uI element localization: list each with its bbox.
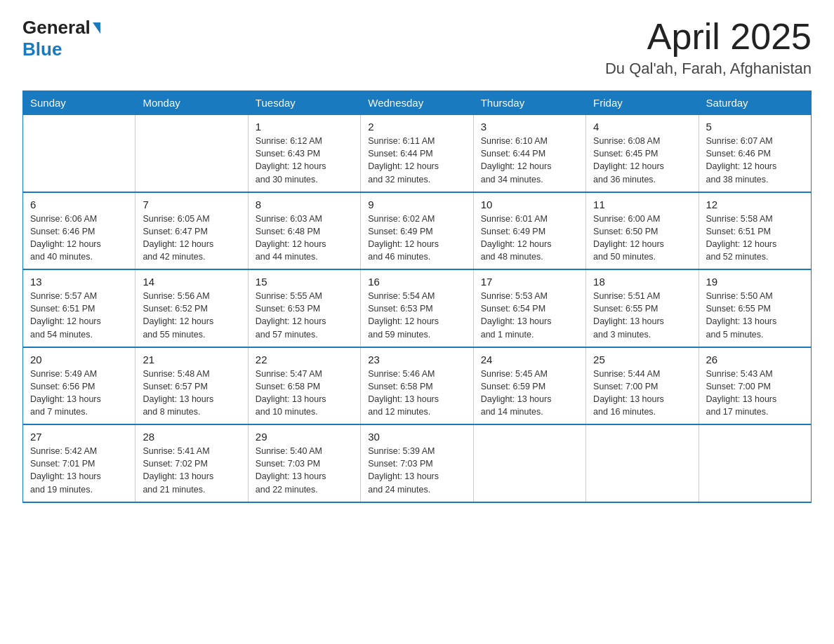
day-info: Sunrise: 6:07 AM Sunset: 6:46 PM Dayligh…	[706, 135, 804, 186]
calendar-cell: 23Sunrise: 5:46 AM Sunset: 6:58 PM Dayli…	[361, 347, 473, 425]
day-info: Sunrise: 5:51 AM Sunset: 6:55 PM Dayligh…	[593, 290, 691, 341]
day-info: Sunrise: 6:10 AM Sunset: 6:44 PM Dayligh…	[481, 135, 578, 186]
calendar-cell: 8Sunrise: 6:03 AM Sunset: 6:48 PM Daylig…	[248, 192, 360, 270]
day-info: Sunrise: 6:01 AM Sunset: 6:49 PM Dayligh…	[481, 213, 578, 264]
day-info: Sunrise: 5:58 AM Sunset: 6:51 PM Dayligh…	[706, 213, 804, 264]
calendar-cell: 18Sunrise: 5:51 AM Sunset: 6:55 PM Dayli…	[586, 269, 699, 347]
day-number: 26	[706, 354, 804, 365]
day-info: Sunrise: 6:06 AM Sunset: 6:46 PM Dayligh…	[30, 213, 128, 264]
header-cell-friday: Friday	[586, 91, 699, 115]
day-info: Sunrise: 5:48 AM Sunset: 6:57 PM Dayligh…	[143, 368, 240, 419]
calendar-cell: 17Sunrise: 5:53 AM Sunset: 6:54 PM Dayli…	[473, 269, 585, 347]
day-info: Sunrise: 5:54 AM Sunset: 6:53 PM Dayligh…	[368, 290, 465, 341]
day-number: 22	[256, 354, 353, 365]
calendar-cell: 16Sunrise: 5:54 AM Sunset: 6:53 PM Dayli…	[361, 269, 473, 347]
calendar-cell: 24Sunrise: 5:45 AM Sunset: 6:59 PM Dayli…	[473, 347, 585, 425]
day-number: 8	[256, 199, 353, 210]
day-info: Sunrise: 5:49 AM Sunset: 6:56 PM Dayligh…	[30, 368, 128, 419]
calendar-cell: 19Sunrise: 5:50 AM Sunset: 6:55 PM Dayli…	[699, 269, 811, 347]
day-number: 17	[481, 276, 578, 288]
header-row: SundayMondayTuesdayWednesdayThursdayFrid…	[23, 91, 812, 115]
header-cell-monday: Monday	[135, 91, 248, 115]
logo: General Blue	[22, 17, 100, 60]
calendar-cell: 10Sunrise: 6:01 AM Sunset: 6:49 PM Dayli…	[473, 192, 585, 270]
day-info: Sunrise: 5:53 AM Sunset: 6:54 PM Dayligh…	[481, 290, 578, 341]
header-cell-wednesday: Wednesday	[361, 91, 473, 115]
calendar-cell: 1Sunrise: 6:12 AM Sunset: 6:43 PM Daylig…	[248, 115, 360, 192]
day-number: 7	[143, 199, 240, 210]
day-number: 28	[143, 431, 240, 443]
logo-general-text: General	[22, 17, 91, 39]
calendar-cell: 6Sunrise: 6:06 AM Sunset: 6:46 PM Daylig…	[23, 192, 135, 270]
day-number: 13	[30, 276, 128, 288]
calendar-cell: 7Sunrise: 6:05 AM Sunset: 6:47 PM Daylig…	[135, 192, 248, 270]
calendar-cell: 12Sunrise: 5:58 AM Sunset: 6:51 PM Dayli…	[699, 192, 811, 270]
calendar-cell	[135, 115, 248, 192]
day-info: Sunrise: 5:45 AM Sunset: 6:59 PM Dayligh…	[481, 368, 578, 419]
day-number: 1	[256, 121, 353, 133]
calendar-header: SundayMondayTuesdayWednesdayThursdayFrid…	[23, 91, 812, 115]
day-info: Sunrise: 5:56 AM Sunset: 6:52 PM Dayligh…	[143, 290, 240, 341]
calendar-cell	[586, 424, 699, 502]
day-number: 5	[706, 121, 804, 133]
calendar-cell: 9Sunrise: 6:02 AM Sunset: 6:49 PM Daylig…	[361, 192, 473, 270]
logo-triangle-icon	[93, 22, 100, 34]
day-info: Sunrise: 5:46 AM Sunset: 6:58 PM Dayligh…	[368, 368, 465, 419]
day-number: 10	[481, 199, 578, 210]
calendar-cell: 2Sunrise: 6:11 AM Sunset: 6:44 PM Daylig…	[361, 115, 473, 192]
calendar-cell: 4Sunrise: 6:08 AM Sunset: 6:45 PM Daylig…	[586, 115, 699, 192]
day-number: 6	[30, 199, 128, 210]
day-number: 15	[256, 276, 353, 288]
logo-blue-text: Blue	[22, 39, 62, 60]
calendar-row: 13Sunrise: 5:57 AM Sunset: 6:51 PM Dayli…	[23, 269, 812, 347]
day-number: 23	[368, 354, 465, 365]
calendar-cell: 5Sunrise: 6:07 AM Sunset: 6:46 PM Daylig…	[699, 115, 811, 192]
calendar-cell: 13Sunrise: 5:57 AM Sunset: 6:51 PM Dayli…	[23, 269, 135, 347]
calendar-cell: 30Sunrise: 5:39 AM Sunset: 7:03 PM Dayli…	[361, 424, 473, 502]
calendar-cell: 15Sunrise: 5:55 AM Sunset: 6:53 PM Dayli…	[248, 269, 360, 347]
day-number: 11	[593, 199, 691, 210]
day-number: 27	[30, 431, 128, 443]
calendar-row: 27Sunrise: 5:42 AM Sunset: 7:01 PM Dayli…	[23, 424, 812, 502]
calendar-row: 20Sunrise: 5:49 AM Sunset: 6:56 PM Dayli…	[23, 347, 812, 425]
day-info: Sunrise: 5:50 AM Sunset: 6:55 PM Dayligh…	[706, 290, 804, 341]
day-number: 24	[481, 354, 578, 365]
calendar-cell: 29Sunrise: 5:40 AM Sunset: 7:03 PM Dayli…	[248, 424, 360, 502]
day-info: Sunrise: 5:39 AM Sunset: 7:03 PM Dayligh…	[368, 445, 465, 496]
day-info: Sunrise: 5:44 AM Sunset: 7:00 PM Dayligh…	[593, 368, 691, 419]
day-info: Sunrise: 6:05 AM Sunset: 6:47 PM Dayligh…	[143, 213, 240, 264]
day-number: 25	[593, 354, 691, 365]
header-cell-sunday: Sunday	[23, 91, 135, 115]
calendar-cell	[699, 424, 811, 502]
day-info: Sunrise: 6:08 AM Sunset: 6:45 PM Dayligh…	[593, 135, 691, 186]
day-number: 14	[143, 276, 240, 288]
day-number: 3	[481, 121, 578, 133]
day-info: Sunrise: 6:02 AM Sunset: 6:49 PM Dayligh…	[368, 213, 465, 264]
day-number: 30	[368, 431, 465, 443]
calendar-row: 6Sunrise: 6:06 AM Sunset: 6:46 PM Daylig…	[23, 192, 812, 270]
day-info: Sunrise: 5:40 AM Sunset: 7:03 PM Dayligh…	[256, 445, 353, 496]
day-number: 9	[368, 199, 465, 210]
day-info: Sunrise: 5:47 AM Sunset: 6:58 PM Dayligh…	[256, 368, 353, 419]
header-cell-tuesday: Tuesday	[248, 91, 360, 115]
day-number: 21	[143, 354, 240, 365]
calendar-cell	[473, 424, 585, 502]
calendar-cell: 20Sunrise: 5:49 AM Sunset: 6:56 PM Dayli…	[23, 347, 135, 425]
calendar-cell: 26Sunrise: 5:43 AM Sunset: 7:00 PM Dayli…	[699, 347, 811, 425]
day-number: 19	[706, 276, 804, 288]
calendar-cell: 14Sunrise: 5:56 AM Sunset: 6:52 PM Dayli…	[135, 269, 248, 347]
calendar-cell: 3Sunrise: 6:10 AM Sunset: 6:44 PM Daylig…	[473, 115, 585, 192]
calendar-cell: 11Sunrise: 6:00 AM Sunset: 6:50 PM Dayli…	[586, 192, 699, 270]
day-number: 12	[706, 199, 804, 210]
calendar-row: 1Sunrise: 6:12 AM Sunset: 6:43 PM Daylig…	[23, 115, 812, 192]
calendar-cell	[23, 115, 135, 192]
day-info: Sunrise: 5:42 AM Sunset: 7:01 PM Dayligh…	[30, 445, 128, 496]
calendar-cell: 25Sunrise: 5:44 AM Sunset: 7:00 PM Dayli…	[586, 347, 699, 425]
day-info: Sunrise: 6:12 AM Sunset: 6:43 PM Dayligh…	[256, 135, 353, 186]
calendar-cell: 22Sunrise: 5:47 AM Sunset: 6:58 PM Dayli…	[248, 347, 360, 425]
day-number: 16	[368, 276, 465, 288]
day-info: Sunrise: 5:41 AM Sunset: 7:02 PM Dayligh…	[143, 445, 240, 496]
day-info: Sunrise: 5:43 AM Sunset: 7:00 PM Dayligh…	[706, 368, 804, 419]
calendar-cell: 27Sunrise: 5:42 AM Sunset: 7:01 PM Dayli…	[23, 424, 135, 502]
header-cell-saturday: Saturday	[699, 91, 811, 115]
